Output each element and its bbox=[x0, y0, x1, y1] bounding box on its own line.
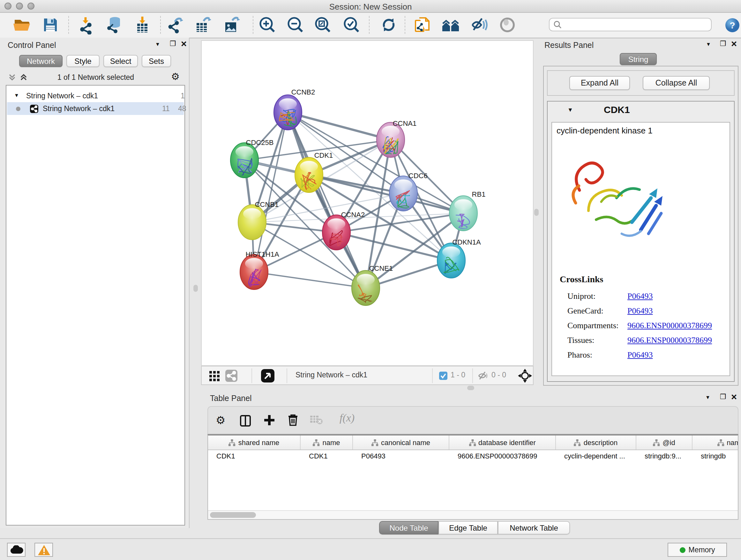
import-database-icon[interactable] bbox=[104, 15, 123, 35]
import-network-icon[interactable] bbox=[77, 15, 96, 35]
export-image-icon[interactable] bbox=[221, 15, 241, 35]
help-button[interactable]: ? bbox=[725, 18, 741, 37]
function-builder-icon[interactable]: f(x) bbox=[340, 412, 354, 425]
tab-edge-table[interactable]: Edge Table bbox=[439, 521, 498, 535]
add-column-icon[interactable] bbox=[264, 415, 275, 426]
control-panel-close-button[interactable]: ✕ bbox=[181, 40, 187, 49]
crosslink-value[interactable]: 9606.ENSP00000378699 bbox=[627, 320, 712, 330]
column-header-namespace[interactable]: namespace bbox=[692, 435, 738, 449]
table-cell[interactable]: 9606.ENSP00000378699 bbox=[458, 452, 537, 460]
table-options-gear-icon[interactable]: ⚙ bbox=[216, 414, 226, 427]
birdseye-view-toggle[interactable] bbox=[261, 369, 274, 382]
export-table-icon[interactable] bbox=[193, 15, 212, 35]
collapse-all-networks-icon[interactable] bbox=[8, 73, 17, 82]
crosslink-row: GeneCard:P06493 bbox=[567, 303, 712, 318]
network-node-CCNA1[interactable]: CCNA1 bbox=[377, 119, 416, 158]
column-header-description[interactable]: description bbox=[556, 435, 636, 449]
zoom-in-button[interactable] bbox=[258, 15, 277, 35]
crosslink-value[interactable]: P06493 bbox=[627, 291, 653, 301]
warning-status-button[interactable] bbox=[35, 543, 53, 557]
table-cell[interactable]: stringdb:9... bbox=[645, 452, 681, 460]
network-node-CDC6[interactable]: CDC6 bbox=[389, 172, 428, 211]
show-eye-icon[interactable] bbox=[498, 15, 517, 35]
export-network-icon[interactable] bbox=[166, 15, 185, 35]
tab-network[interactable]: Network bbox=[19, 55, 63, 67]
zoom-fit-button[interactable] bbox=[313, 15, 333, 35]
tab-style[interactable]: Style bbox=[66, 55, 99, 67]
selected-checkbox-icon[interactable] bbox=[439, 372, 448, 380]
column-header-canonical-name[interactable]: canonical name bbox=[353, 435, 449, 449]
crosslink-value[interactable]: P06493 bbox=[627, 350, 653, 360]
cloud-status-button[interactable] bbox=[7, 543, 25, 557]
table-cell[interactable]: P06493 bbox=[361, 452, 386, 460]
collapse-all-button[interactable]: Collapse All bbox=[643, 76, 710, 90]
open-session-button[interactable] bbox=[12, 15, 31, 35]
table-panel-float-button[interactable]: ▼ bbox=[705, 395, 711, 400]
home-networks-icon[interactable] bbox=[441, 15, 460, 35]
table-panel-close-button[interactable]: ✕ bbox=[731, 393, 737, 401]
tab-network-table[interactable]: Network Table bbox=[498, 521, 570, 535]
hide-unhide-icon[interactable] bbox=[470, 15, 489, 35]
zoom-out-button[interactable] bbox=[286, 15, 305, 35]
crosslink-label: Tissues: bbox=[567, 333, 627, 348]
save-session-button[interactable] bbox=[41, 15, 60, 35]
expand-all-networks-icon[interactable] bbox=[19, 73, 28, 82]
crosshair-icon[interactable] bbox=[518, 368, 532, 383]
left-splitter-handle[interactable] bbox=[193, 285, 198, 292]
network-node-CCNB2[interactable]: CCNB2 bbox=[274, 88, 315, 130]
tab-sets[interactable]: Sets bbox=[142, 55, 171, 67]
right-splitter-handle[interactable] bbox=[534, 209, 539, 216]
search-input[interactable] bbox=[565, 19, 708, 31]
memory-button[interactable]: Memory bbox=[668, 543, 727, 557]
control-panel-float-button[interactable]: ▼ bbox=[155, 42, 160, 47]
network-canvas[interactable]: CCNB2CCNA1CDC25BCDK1CDC6RB1CCNB1CCNA2CDK… bbox=[201, 40, 534, 366]
crosslink-value[interactable]: 9606.ENSP00000378699 bbox=[627, 335, 712, 345]
show-columns-icon[interactable] bbox=[240, 415, 251, 427]
scrollbar-thumb[interactable] bbox=[210, 512, 256, 518]
gene-section-collapse-arrow[interactable]: ▼ bbox=[567, 107, 573, 113]
control-panel-maximize-button[interactable]: ❒ bbox=[170, 40, 176, 48]
import-table-icon[interactable] bbox=[133, 15, 152, 35]
network-row-selected[interactable]: String Network – cdk1 11 48 bbox=[7, 102, 184, 115]
current-network-name: String Network – cdk1 bbox=[295, 371, 367, 379]
table-cell[interactable]: CDK1 bbox=[216, 452, 235, 460]
expand-all-button[interactable]: Expand All bbox=[569, 76, 630, 90]
selected-nodes-edges-count: 1 - 0 bbox=[451, 371, 465, 379]
crosslink-value[interactable]: P06493 bbox=[627, 306, 653, 315]
crosslink-row: Compartments:9606.ENSP00000378699 bbox=[567, 318, 712, 333]
search-box[interactable] bbox=[549, 18, 712, 31]
network-collection-row[interactable]: ▼ String Network – cdk1 1 bbox=[7, 89, 184, 102]
table-panel-maximize-button[interactable]: ❒ bbox=[720, 393, 726, 401]
network-share-icon[interactable] bbox=[225, 370, 238, 382]
network-node-CDC25B[interactable]: CDC25B bbox=[230, 138, 273, 178]
network-node-RB1[interactable]: RB1 bbox=[449, 190, 485, 231]
table-horizontal-scrollbar[interactable] bbox=[208, 510, 738, 519]
table-cell[interactable]: CDK1 bbox=[309, 452, 328, 460]
clone-network-button[interactable] bbox=[413, 15, 432, 35]
zoom-selected-button[interactable] bbox=[342, 15, 361, 35]
string-results-box: Expand All Collapse All ▼ CDK1 cyclin-de… bbox=[543, 66, 738, 386]
string-network-icon bbox=[30, 105, 38, 113]
tab-select[interactable]: Select bbox=[104, 55, 138, 67]
network-options-gear-icon[interactable]: ⚙ bbox=[171, 71, 180, 82]
table-cell[interactable]: stringdb bbox=[701, 452, 726, 460]
delete-column-icon[interactable] bbox=[288, 414, 298, 426]
tab-string[interactable]: String bbox=[620, 53, 657, 65]
network-node-HIST1H1A[interactable]: HIST1H1A bbox=[240, 250, 279, 290]
column-header-name[interactable]: name bbox=[300, 435, 353, 449]
column-header-shared-name[interactable]: shared name bbox=[208, 435, 300, 449]
collection-expand-arrow[interactable]: ▼ bbox=[14, 89, 19, 102]
refresh-button[interactable] bbox=[379, 15, 398, 35]
column-tree-icon bbox=[372, 439, 379, 446]
results-panel-close-button[interactable]: ✕ bbox=[731, 40, 737, 49]
tab-node-table[interactable]: Node Table bbox=[379, 521, 439, 535]
table-cell[interactable]: cyclin-dependent ... bbox=[564, 452, 625, 460]
results-panel-float-button[interactable]: ▼ bbox=[706, 42, 711, 47]
column-header-database-identifier[interactable]: database identifier bbox=[449, 435, 556, 449]
results-panel-maximize-button[interactable]: ❒ bbox=[720, 40, 726, 48]
column-header--id[interactable]: @id bbox=[636, 435, 692, 449]
memory-label: Memory bbox=[688, 546, 715, 554]
delete-table-icon[interactable] bbox=[310, 416, 323, 425]
grid-view-icon[interactable] bbox=[209, 371, 219, 381]
crosslink-row: Pharos:P06493 bbox=[567, 348, 712, 362]
